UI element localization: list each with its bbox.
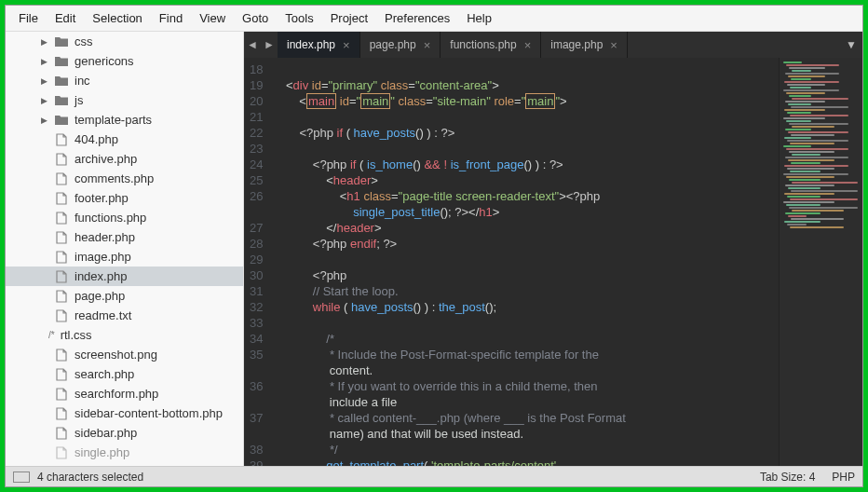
file-icon <box>54 427 69 440</box>
file-single.php[interactable]: single.php <box>6 443 243 462</box>
file-tree-sidebar[interactable]: ▶css▶genericons▶inc▶js▶template-parts404… <box>6 32 244 466</box>
menu-goto[interactable]: Goto <box>235 9 276 27</box>
menu-help[interactable]: Help <box>459 9 499 27</box>
file-icon <box>54 368 69 381</box>
code-content[interactable]: <div id="primary" class="content-area"> … <box>272 58 779 466</box>
file-icon <box>54 231 69 244</box>
tab-bar: ◄ ► index.php×page.php×functions.php×ima… <box>244 32 862 58</box>
folder-genericons[interactable]: ▶genericons <box>6 51 243 71</box>
menu-selection[interactable]: Selection <box>85 9 149 27</box>
file-icon <box>54 309 69 322</box>
file-404.php[interactable]: 404.php <box>6 130 243 149</box>
expand-arrow-icon[interactable]: ▶ <box>39 57 48 66</box>
close-icon[interactable]: × <box>343 38 350 52</box>
file-label: searchform.php <box>75 387 158 401</box>
file-label: search.php <box>75 367 134 381</box>
folder-label: inc <box>75 74 90 88</box>
minimap[interactable] <box>779 58 862 466</box>
file-label: single.php <box>75 445 129 459</box>
folder-icon <box>54 75 69 87</box>
status-panel-icon[interactable] <box>13 472 30 483</box>
file-icon <box>54 192 69 205</box>
file-search.php[interactable]: search.php <box>6 364 243 384</box>
close-icon[interactable]: × <box>610 38 617 52</box>
tab-menu-icon[interactable]: ▼ <box>840 38 862 51</box>
file-functions.php[interactable]: functions.php <box>6 208 243 227</box>
editor-area: ◄ ► index.php×page.php×functions.php×ima… <box>244 32 862 466</box>
expand-arrow-icon[interactable]: ▶ <box>39 96 48 105</box>
folder-label: genericons <box>75 54 134 68</box>
menu-preferences[interactable]: Preferences <box>377 9 457 27</box>
file-label: footer.php <box>75 191 129 205</box>
file-index.php[interactable]: index.php <box>6 266 243 286</box>
status-syntax[interactable]: PHP <box>832 471 855 484</box>
file-type-prefix: /* <box>48 330 55 340</box>
file-footer.php[interactable]: footer.php <box>6 188 243 208</box>
file-label: readme.txt <box>75 308 131 322</box>
close-icon[interactable]: × <box>524 38 532 52</box>
file-label: header.php <box>75 230 135 244</box>
file-label: page.php <box>75 289 125 303</box>
file-icon <box>54 388 69 401</box>
tab-functions-php[interactable]: functions.php× <box>441 32 541 58</box>
close-icon[interactable]: × <box>424 38 431 52</box>
folder-inc[interactable]: ▶inc <box>6 71 243 90</box>
file-label: sidebar-content-bottom.php <box>75 406 223 420</box>
folder-icon <box>54 115 69 126</box>
file-label: screenshot.png <box>75 348 157 362</box>
menu-find[interactable]: Find <box>152 9 190 27</box>
tab-index-php[interactable]: index.php× <box>278 32 360 58</box>
file-readme.txt[interactable]: readme.txt <box>6 306 243 325</box>
tab-label: index.php <box>287 38 335 51</box>
file-label: image.php <box>75 250 131 264</box>
file-label: index.php <box>75 269 127 283</box>
line-gutter: 1819202122232425262728293031323334353637… <box>244 58 272 466</box>
folder-js[interactable]: ▶js <box>6 90 243 110</box>
folder-label: css <box>75 34 93 48</box>
menu-project[interactable]: Project <box>323 9 375 27</box>
folder-icon <box>54 95 69 106</box>
file-header.php[interactable]: header.php <box>6 227 243 247</box>
menu-view[interactable]: View <box>192 9 233 27</box>
menu-file[interactable]: File <box>11 9 46 27</box>
file-icon <box>54 251 69 264</box>
file-icon <box>54 407 69 420</box>
file-archive.php[interactable]: archive.php <box>6 149 243 169</box>
file-label: rtl.css <box>61 328 92 342</box>
tab-prev-icon[interactable]: ◄ <box>244 38 261 51</box>
folder-template-parts[interactable]: ▶template-parts <box>6 110 243 130</box>
tab-page-php[interactable]: page.php× <box>360 32 441 58</box>
file-rtl.css[interactable]: /*rtl.css <box>6 325 243 345</box>
menu-edit[interactable]: Edit <box>47 9 83 27</box>
body: ▶css▶genericons▶inc▶js▶template-parts404… <box>6 32 862 466</box>
expand-arrow-icon[interactable]: ▶ <box>39 76 48 86</box>
tab-next-icon[interactable]: ► <box>261 38 278 51</box>
expand-arrow-icon[interactable]: ▶ <box>39 37 48 47</box>
status-selection: 4 characters selected <box>37 471 143 484</box>
file-image.php[interactable]: image.php <box>6 247 243 266</box>
tab-image-php[interactable]: image.php× <box>541 32 628 58</box>
tab-label: image.php <box>550 38 603 51</box>
menu-tools[interactable]: Tools <box>278 9 320 27</box>
tab-label: functions.php <box>450 38 516 51</box>
file-searchform.php[interactable]: searchform.php <box>6 384 243 403</box>
file-sidebar.php[interactable]: sidebar.php <box>6 423 243 443</box>
file-icon <box>54 212 69 225</box>
folder-label: js <box>75 93 83 107</box>
file-comments.php[interactable]: comments.php <box>6 169 243 188</box>
expand-arrow-icon[interactable]: ▶ <box>39 116 48 125</box>
file-icon <box>54 153 69 166</box>
file-page.php[interactable]: page.php <box>6 286 243 306</box>
file-icon <box>54 446 69 459</box>
file-label: functions.php <box>75 211 146 225</box>
file-label: sidebar.php <box>75 426 137 440</box>
code-area[interactable]: 1819202122232425262728293031323334353637… <box>244 58 862 466</box>
file-label: comments.php <box>75 171 154 185</box>
folder-css[interactable]: ▶css <box>6 32 243 51</box>
file-label: 404.php <box>75 132 118 146</box>
status-tab-size[interactable]: Tab Size: 4 <box>760 471 815 484</box>
file-icon <box>54 348 69 362</box>
file-screenshot.png[interactable]: screenshot.png <box>6 345 243 364</box>
file-sidebar-content-bottom.php[interactable]: sidebar-content-bottom.php <box>6 403 243 423</box>
file-icon <box>54 270 69 283</box>
